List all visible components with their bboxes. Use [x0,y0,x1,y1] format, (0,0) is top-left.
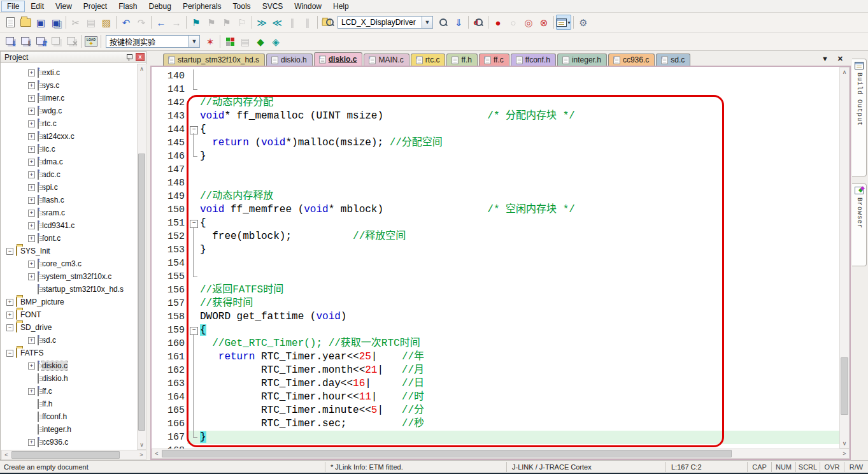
open-file-button[interactable] [18,15,33,30]
navigate-back-button[interactable]: ← [153,15,169,30]
tree-item-cc936-c[interactable]: +cc936.c [1,436,137,449]
code-editor[interactable]: 140141142//动态内存分配143void* ff_memalloc (U… [152,67,839,449]
menu-flash[interactable]: Flash [113,1,143,12]
incremental-find-button[interactable]: ⇓ [451,15,466,30]
configure-tools-button[interactable]: ⚙ [576,15,591,30]
scroll-right-icon[interactable]: > [840,449,849,458]
tree-expander-icon[interactable]: + [28,133,35,140]
target-combo[interactable]: 按键检测实验▼ [106,35,200,48]
scrollbar-thumb[interactable] [138,154,145,431]
tree-item-timer-c[interactable]: +timer.c [1,92,137,104]
tab-diskio-h[interactable]: diskio.h [266,54,313,66]
project-tree-vscrollbar[interactable]: ∧ ∨ [137,64,146,450]
scroll-down-icon[interactable]: ∨ [138,440,146,449]
project-tree-hscrollbar[interactable]: < > [1,450,146,460]
tab-startup_stm32f10x_hd-s[interactable]: startup_stm32f10x_hd.s [163,54,265,66]
tree-item-sd_drive[interactable]: −SD_drive [1,321,137,334]
manage-rte-button[interactable] [222,34,238,49]
tree-expander-icon[interactable]: + [28,363,35,370]
tab-diskio-c[interactable]: diskio.c [314,52,363,66]
tree-expander-icon[interactable]: + [28,108,35,115]
tree-expander-icon[interactable]: + [28,171,35,178]
menu-edit[interactable]: Edit [25,1,50,12]
dropdown-caret-icon[interactable]: ▾ [567,20,570,25]
tree-item-sys_init[interactable]: −SYS_Init [1,245,137,257]
tree-expander-icon[interactable]: + [28,159,35,166]
tree-item-ff-h[interactable]: ff.h [1,398,137,410]
tree-expander-icon[interactable]: + [28,261,35,268]
tab-ff-c[interactable]: ff.c [479,54,509,66]
menu-project[interactable]: Project [78,1,113,12]
download-flash-button[interactable]: LOAD [83,34,99,49]
scroll-right-icon[interactable]: > [137,450,146,459]
tree-item-at24cxx-c[interactable]: +at24cxx.c [1,130,137,143]
menu-help[interactable]: Help [327,1,355,12]
pin-icon[interactable] [125,54,133,61]
close-icon[interactable]: x [136,53,145,61]
scrollbar-thumb[interactable] [162,450,732,457]
symbol-combo[interactable]: LCD_X_DisplayDriver▼ [338,16,433,29]
find-button[interactable] [436,15,451,30]
tree-item-integer-h[interactable]: integer.h [1,423,137,436]
build-button[interactable] [18,34,33,49]
undo-button[interactable]: ↶ [118,15,134,30]
tree-item-spi-c[interactable]: +spi.c [1,181,137,194]
pack-installer-button[interactable]: ◆ [253,34,268,49]
tree-expander-icon[interactable]: + [28,222,35,229]
save-all-button[interactable]: ▣ [48,15,64,30]
scrollbar-thumb[interactable] [11,451,120,459]
tree-item-font-c[interactable]: +font.c [1,232,137,245]
rebuild-all-button[interactable] [33,34,48,49]
fold-margin[interactable] [187,324,200,337]
tree-item-dma-c[interactable]: +dma.c [1,155,137,168]
tree-item-exti-c[interactable]: +exti.c [1,66,137,79]
indent-button[interactable]: ≫ [254,15,269,30]
tree-item-font[interactable]: +FONT [1,308,137,321]
menu-view[interactable]: View [50,1,78,12]
tree-item-rtc-c[interactable]: +rtc.c [1,117,137,130]
tab-sd-c[interactable]: sd.c [656,54,690,66]
paste-button[interactable]: ▨ [99,15,114,30]
menu-file[interactable]: File [1,1,25,12]
scrollbar-thumb[interactable] [841,357,848,415]
tab-build-output[interactable]: Build Output [852,59,867,176]
tree-item-diskio-c[interactable]: +diskio.c [1,359,137,372]
tree-item-sys-c[interactable]: +sys.c [1,79,137,92]
tree-item-ff-c[interactable]: +ff.c [1,385,137,398]
tree-item-bmp_picture[interactable]: +BMP_picture [1,296,137,308]
tree-expander-icon[interactable]: + [28,146,35,153]
start-stop-debug-button[interactable]: d [471,15,486,30]
tree-expander-icon[interactable]: − [6,248,13,255]
chevron-down-icon[interactable]: ▼ [189,36,199,47]
tree-expander-icon[interactable]: + [28,235,35,242]
chevron-down-icon[interactable]: ▼ [422,17,432,28]
tab-browser[interactable]: Browser [852,183,867,266]
save-button[interactable]: ▣ [33,15,48,30]
tab-ffconf-h[interactable]: ffconf.h [511,54,556,66]
insert-bookmark-button[interactable]: ⚑ [189,15,204,30]
tree-item-system_stm32f10x-c[interactable]: +system_stm32f10x.c [1,270,137,283]
tree-item-core_cm3-c[interactable]: +core_cm3.c [1,257,137,270]
editor-hscrollbar[interactable]: < > [152,449,850,459]
tree-expander-icon[interactable]: + [6,312,13,319]
outdent-button[interactable]: ≪ [269,15,285,30]
tree-expander-icon[interactable]: + [28,184,35,191]
tree-expander-icon[interactable]: + [28,273,35,280]
tree-expander-icon[interactable]: − [6,350,13,357]
tab-cc936-c[interactable]: cc936.c [608,54,655,66]
tree-item-flash-c[interactable]: +flash.c [1,194,137,206]
tree-expander-icon[interactable]: + [28,337,35,344]
tree-expander-icon[interactable]: + [28,439,35,446]
new-file-button[interactable] [3,15,18,30]
scroll-up-icon[interactable]: ∧ [840,68,849,76]
tree-item-ffconf-h[interactable]: ffconf.h [1,410,137,423]
tree-expander-icon[interactable]: + [28,82,35,89]
options-for-target-button[interactable]: ✶ [203,34,218,49]
tree-item-lcd9341-c[interactable]: +lcd9341.c [1,219,137,232]
tree-expander-icon[interactable]: − [6,324,13,331]
tree-expander-icon[interactable]: + [28,69,35,76]
scroll-left-icon[interactable]: < [152,449,161,458]
tree-item-diskio-h[interactable]: diskio.h [1,372,137,385]
tree-expander-icon[interactable]: + [28,388,35,395]
tree-item-fatfs[interactable]: −FATFS [1,347,137,359]
